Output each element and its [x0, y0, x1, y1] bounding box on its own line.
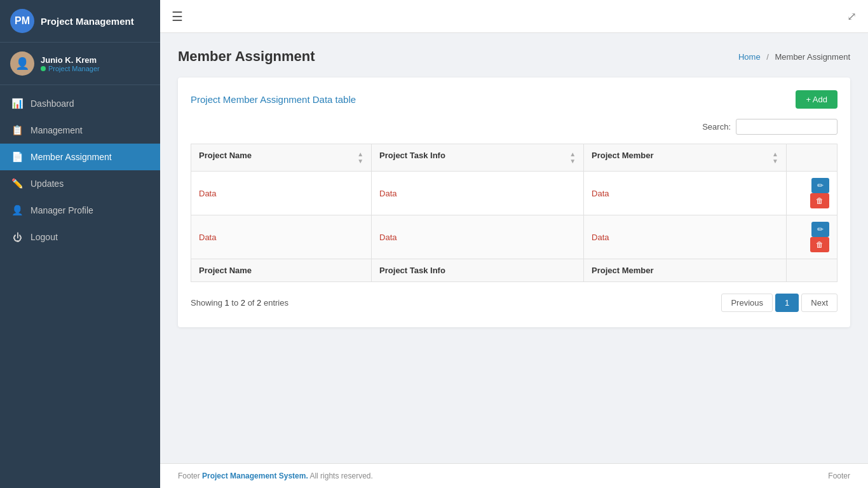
footer-col-3	[787, 259, 837, 282]
main-card: Project Member Assignment Data table + A…	[178, 78, 850, 327]
sidebar-header: PM Project Management	[0, 0, 160, 43]
sidebar-item-manager-profile[interactable]: 👤 Manager Profile	[0, 197, 160, 224]
pagination-info: Showing 1 to 2 of 2 entries	[191, 298, 288, 308]
online-dot	[41, 66, 46, 71]
main-content: ☰ ⤢ Member Assignment Home / Member Assi…	[160, 0, 868, 488]
next-button[interactable]: Next	[801, 294, 837, 312]
sidebar-user: 👤 Junio K. Krem Project Manager	[0, 43, 160, 85]
nav-label-management: Management	[31, 125, 83, 135]
cell-0-0: Data	[191, 172, 372, 215]
footer-suffix: All rights reserved.	[309, 471, 372, 480]
topbar: ☰ ⤢	[160, 0, 868, 33]
col-header-2[interactable]: Project Member ▲▼	[584, 144, 787, 172]
sidebar-item-management[interactable]: 📋 Management	[0, 117, 160, 144]
search-bar: Search:	[191, 119, 837, 135]
cell-0-2: Data	[584, 172, 787, 215]
nav-label-updates: Updates	[31, 179, 64, 189]
sort-icon-1: ▲▼	[569, 151, 576, 165]
table-row: DataDataData ✏ 🗑	[191, 215, 837, 259]
edit-button-1[interactable]: ✏	[811, 222, 829, 237]
table-head: Project Name ▲▼Project Task Info ▲▼Proje…	[191, 144, 837, 172]
edit-button-0[interactable]: ✏	[811, 178, 829, 193]
cell-0-1: Data	[372, 172, 584, 215]
footer-right: Footer	[828, 471, 850, 480]
breadcrumb-current: Member Assignment	[775, 52, 851, 62]
footer-brand: Project Management System.	[202, 471, 308, 480]
footer-col-0: Project Name	[191, 259, 372, 282]
breadcrumb: Home / Member Assignment	[738, 52, 850, 62]
sort-icon-2: ▲▼	[772, 151, 778, 165]
footer-prefix: Footer	[178, 471, 200, 480]
data-table: Project Name ▲▼Project Task Info ▲▼Proje…	[191, 144, 837, 282]
action-cell-1: ✏ 🗑	[787, 215, 837, 259]
table-header-row: Project Name ▲▼Project Task Info ▲▼Proje…	[191, 144, 837, 172]
sidebar-role: Project Manager	[41, 65, 100, 72]
cell-1-0: Data	[191, 215, 372, 259]
footer-left: Footer Project Management System. All ri…	[178, 471, 373, 480]
delete-button-0[interactable]: 🗑	[810, 193, 829, 208]
page-title: Member Assignment	[178, 48, 315, 65]
avatar: 👤	[10, 51, 34, 76]
sidebar-item-dashboard[interactable]: 📊 Dashboard	[0, 90, 160, 117]
search-label: Search:	[702, 122, 731, 132]
sort-icon-0: ▲▼	[357, 151, 363, 165]
page-1-button[interactable]: 1	[775, 294, 799, 312]
nav-icon-management: 📋	[11, 125, 23, 136]
card-header: Project Member Assignment Data table + A…	[191, 90, 837, 109]
nav-icon-manager-profile: 👤	[11, 205, 23, 216]
nav-label-member-assignment: Member Assignment	[31, 152, 112, 162]
sidebar-item-member-assignment[interactable]: 📄 Member Assignment	[0, 144, 160, 170]
nav-icon-updates: ✏️	[11, 178, 23, 189]
table-footer-row: Project NameProject Task InfoProject Mem…	[191, 259, 837, 282]
card-table-title: Project Member Assignment Data table	[191, 94, 356, 105]
sidebar-app-title: Project Management	[41, 16, 134, 27]
nav-label-logout: Logout	[31, 232, 58, 242]
nav-icon-member-assignment: 📄	[11, 151, 23, 163]
nav-label-manager-profile: Manager Profile	[31, 205, 93, 215]
sidebar-item-updates[interactable]: ✏️ Updates	[0, 170, 160, 197]
pagination-controls: Previous 1 Next	[721, 294, 837, 312]
nav-icon-dashboard: 📊	[11, 98, 23, 109]
hamburger-icon[interactable]: ☰	[172, 9, 183, 24]
nav-icon-logout: ⏻	[11, 231, 23, 243]
sidebar-logo: PM	[10, 9, 34, 33]
cell-1-1: Data	[372, 215, 584, 259]
fullscreen-icon[interactable]: ⤢	[847, 10, 857, 24]
action-cell-0: ✏ 🗑	[787, 172, 837, 215]
sidebar-username: Junio K. Krem	[41, 55, 100, 65]
col-header-3	[787, 144, 837, 172]
footer: Footer Project Management System. All ri…	[160, 463, 868, 488]
previous-button[interactable]: Previous	[721, 294, 773, 312]
footer-col-2: Project Member	[584, 259, 787, 282]
add-button[interactable]: + Add	[796, 90, 837, 109]
table-row: DataDataData ✏ 🗑	[191, 172, 837, 215]
sidebar-nav: 📊 Dashboard 📋 Management 📄 Member Assign…	[0, 85, 160, 488]
page-header: Member Assignment Home / Member Assignme…	[178, 48, 850, 65]
delete-button-1[interactable]: 🗑	[810, 237, 829, 252]
col-header-1[interactable]: Project Task Info ▲▼	[372, 144, 584, 172]
breadcrumb-separator: /	[766, 52, 771, 62]
breadcrumb-home-link[interactable]: Home	[738, 52, 761, 62]
footer-col-1: Project Task Info	[372, 259, 584, 282]
sidebar-user-info: Junio K. Krem Project Manager	[41, 55, 100, 72]
pagination-bar: Showing 1 to 2 of 2 entries Previous 1 N…	[191, 294, 837, 312]
col-header-0[interactable]: Project Name ▲▼	[191, 144, 372, 172]
sidebar: PM Project Management 👤 Junio K. Krem Pr…	[0, 0, 160, 488]
nav-label-dashboard: Dashboard	[31, 98, 74, 109]
content-area: Member Assignment Home / Member Assignme…	[160, 33, 868, 463]
search-input[interactable]	[736, 119, 837, 135]
sidebar-item-logout[interactable]: ⏻ Logout	[0, 224, 160, 250]
logo-initials: PM	[15, 15, 30, 27]
sidebar-role-label: Project Manager	[48, 65, 100, 72]
table-foot: Project NameProject Task InfoProject Mem…	[191, 259, 837, 282]
table-body: DataDataData ✏ 🗑 DataDataData ✏ 🗑	[191, 172, 837, 259]
cell-1-2: Data	[584, 215, 787, 259]
